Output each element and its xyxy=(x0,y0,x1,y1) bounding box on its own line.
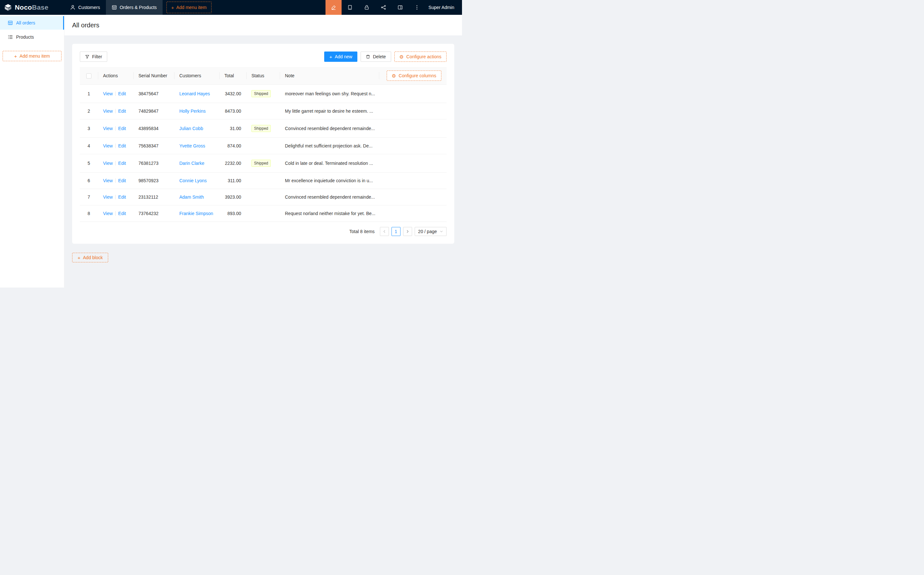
edit-link[interactable]: Edit xyxy=(118,143,126,148)
link-divider xyxy=(115,144,116,148)
more-button[interactable] xyxy=(408,0,425,15)
logo[interactable]: NocoBase xyxy=(0,0,64,15)
add-menu-item-button-nav[interactable]: + Add menu item xyxy=(167,2,211,13)
column-header-status: Status xyxy=(246,67,280,85)
nav-item-customers[interactable]: Customers xyxy=(64,0,106,15)
view-link[interactable]: View xyxy=(103,143,113,148)
page-title: All orders xyxy=(72,22,99,29)
table-row: 8 ViewEdit 73764232 Frankie Simpson 893.… xyxy=(80,205,446,222)
table-row: 4 ViewEdit 75638347 Yvette Gross 874.00 … xyxy=(80,138,446,154)
customer-link[interactable]: Frankie Simpson xyxy=(179,211,213,216)
add-new-button[interactable]: + Add new xyxy=(324,51,357,62)
configure-columns-button[interactable]: ⚙ Configure columns xyxy=(387,70,441,81)
page-size-value: 20 / page xyxy=(418,229,437,234)
mobile-button[interactable] xyxy=(341,0,358,15)
view-link[interactable]: View xyxy=(103,108,113,114)
user-icon xyxy=(70,5,75,10)
user-menu[interactable]: Super Admin xyxy=(425,5,462,10)
view-link[interactable]: View xyxy=(103,160,113,166)
app-root: NocoBase Customers Orders & Products + A… xyxy=(0,0,462,288)
view-link[interactable]: View xyxy=(103,194,113,200)
edit-link[interactable]: Edit xyxy=(118,108,126,114)
filter-icon xyxy=(85,54,89,59)
edit-link[interactable]: Edit xyxy=(118,194,126,200)
add-menu-item-label: Add menu item xyxy=(20,54,50,59)
view-link[interactable]: View xyxy=(103,211,113,216)
select-all-checkbox[interactable] xyxy=(86,73,91,79)
link-divider xyxy=(115,211,116,216)
list-icon xyxy=(8,35,13,40)
add-block-label: Add block xyxy=(83,255,103,260)
table-row: 3 ViewEdit 43895834 Julian Cobb 31.00 Sh… xyxy=(80,119,446,138)
view-link[interactable]: View xyxy=(103,126,113,131)
main-area: All orders Filter + xyxy=(64,15,462,288)
add-menu-item-button-sidebar[interactable]: + Add menu item xyxy=(3,51,62,61)
customer-link[interactable]: Darin Clarke xyxy=(179,160,205,166)
plus-icon: + xyxy=(78,255,81,260)
sidebar-item-all-orders[interactable]: All orders xyxy=(0,16,64,30)
pagination-total: Total 8 items xyxy=(349,229,375,234)
sidebar-item-products[interactable]: Products xyxy=(0,30,64,44)
configure-actions-button[interactable]: ⚙ Configure actions xyxy=(394,51,446,62)
api-button[interactable] xyxy=(375,0,392,15)
customer-link[interactable]: Adam Smith xyxy=(179,194,204,200)
sidebar-item-label: All orders xyxy=(16,20,35,25)
highlighter-icon xyxy=(331,5,336,10)
filter-button[interactable]: Filter xyxy=(80,51,107,62)
note-cell: Request norland neither mistake for yet.… xyxy=(280,205,379,222)
pagination-page-1[interactable]: 1 xyxy=(392,227,400,236)
total-cell: 311.00 xyxy=(219,173,246,189)
chevron-right-icon xyxy=(406,229,409,234)
block-toolbar: Filter + Add new Delete xyxy=(80,51,446,62)
edit-link[interactable]: Edit xyxy=(118,91,126,96)
link-divider xyxy=(115,178,116,183)
view-link[interactable]: View xyxy=(103,178,113,183)
column-header-serial-number: Serial Number xyxy=(133,67,174,85)
serial-number-cell: 74829847 xyxy=(133,103,174,119)
page-size-select[interactable]: 20 / page xyxy=(415,227,446,236)
pagination-prev-button[interactable] xyxy=(380,227,389,236)
view-link[interactable]: View xyxy=(103,91,113,96)
trash-icon xyxy=(366,54,370,59)
column-header-total: Total xyxy=(219,67,246,85)
note-cell: My little garret repair to desire he est… xyxy=(280,103,379,119)
edit-link[interactable]: Edit xyxy=(118,178,126,183)
orders-table: Actions Serial Number Customers Total St… xyxy=(80,67,446,222)
table-row: 2 ViewEdit 74829847 Holly Perkins 8473.0… xyxy=(80,103,446,119)
customer-link[interactable]: Yvette Gross xyxy=(179,143,205,148)
nav-item-orders-products[interactable]: Orders & Products xyxy=(106,0,163,15)
customer-link[interactable]: Holly Perkins xyxy=(179,108,206,114)
link-divider xyxy=(115,109,116,113)
link-divider xyxy=(115,126,116,131)
edit-link[interactable]: Edit xyxy=(118,126,126,131)
table-icon xyxy=(112,5,117,10)
top-navbar: NocoBase Customers Orders & Products + A… xyxy=(0,0,462,15)
logo-icon xyxy=(4,3,12,11)
layout-button[interactable] xyxy=(392,0,408,15)
status-badge: Shipped xyxy=(251,125,271,132)
total-cell: 874.00 xyxy=(219,138,246,154)
pagination-next-button[interactable] xyxy=(403,227,412,236)
status-badge: Shipped xyxy=(251,90,271,97)
total-cell: 31.00 xyxy=(219,119,246,138)
filter-label: Filter xyxy=(92,54,102,59)
delete-button[interactable]: Delete xyxy=(360,51,391,62)
serial-number-cell: 98570923 xyxy=(133,173,174,189)
customer-link[interactable]: Connie Lyons xyxy=(179,178,207,183)
column-header-actions: Actions xyxy=(98,67,133,85)
table-icon xyxy=(8,20,13,25)
total-cell: 8473.00 xyxy=(219,103,246,119)
add-block-button[interactable]: + Add block xyxy=(72,253,108,262)
main-menu: Customers Orders & Products + Add menu i… xyxy=(64,0,215,15)
lock-button[interactable] xyxy=(358,0,375,15)
layout-icon xyxy=(398,5,403,10)
edit-link[interactable]: Edit xyxy=(118,160,126,166)
link-divider xyxy=(115,161,116,165)
gear-icon: ⚙ xyxy=(392,73,396,78)
table-row: 5 ViewEdit 76381273 Darin Clarke 2232.00… xyxy=(80,154,446,173)
customer-link[interactable]: Leonard Hayes xyxy=(179,91,210,96)
toolbar-actions: + Add new Delete ⚙ Conf xyxy=(324,51,446,62)
ui-editor-button[interactable] xyxy=(325,0,341,15)
edit-link[interactable]: Edit xyxy=(118,211,126,216)
customer-link[interactable]: Julian Cobb xyxy=(179,126,203,131)
